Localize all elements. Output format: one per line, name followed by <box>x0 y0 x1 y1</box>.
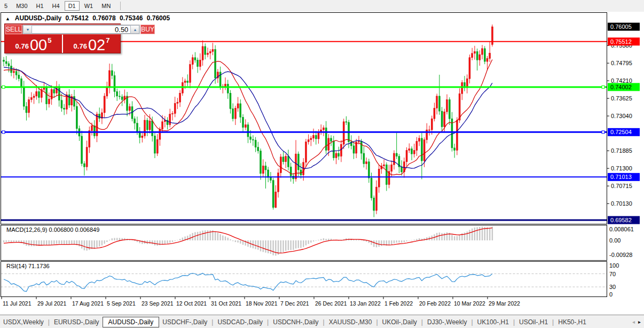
tab-usdx-weekly[interactable]: USDX,Weekly <box>0 317 47 327</box>
svg-text:0.72504: 0.72504 <box>610 129 632 135</box>
tab-uk100-h1[interactable]: UK100-,H1 <box>474 317 512 327</box>
buy-price-quote[interactable]: 0.76 02 7 <box>63 35 120 53</box>
tab-separator: | <box>375 318 379 326</box>
svg-text:17 Aug 2021: 17 Aug 2021 <box>72 300 104 307</box>
svg-text:0.73625: 0.73625 <box>611 95 632 101</box>
ohlc-open: 0.75412 <box>66 14 89 22</box>
tab-hk50-h1[interactable]: HK50-,H1 <box>555 317 590 327</box>
svg-text:0.71300: 0.71300 <box>611 165 632 171</box>
tab-usdcnh-daily[interactable]: USDCNH-,Daily <box>270 317 321 327</box>
volume-decrease-icon[interactable]: ▼ <box>23 25 32 34</box>
svg-text:30: 30 <box>609 284 616 290</box>
svg-text:0.70715: 0.70715 <box>611 183 632 189</box>
volume-input[interactable] <box>32 25 130 34</box>
tab-scroll-controls: ◂ ▸ <box>629 319 644 325</box>
svg-text:100: 100 <box>609 262 619 269</box>
timeframe-button-h4[interactable]: H4 <box>49 1 64 11</box>
tab-separator: | <box>420 318 424 326</box>
svg-text:29 Mar 2022: 29 Mar 2022 <box>489 300 520 307</box>
tab-separator: | <box>470 318 474 326</box>
svg-text:0: 0 <box>609 291 612 298</box>
chart-ohlc-header: ▲ AUDUSD-,Daily 0.75412 0.76078 0.75346 … <box>5 14 172 22</box>
tab-usoil-h1[interactable]: USOil-,H1 <box>516 317 551 327</box>
sell-price-quote[interactable]: 0.76 00 5 <box>5 35 62 53</box>
tab-audusd-daily[interactable]: AUDUSD-,Daily <box>103 317 160 327</box>
timeframe-buttons: 5M30H1H4D1W1MN <box>0 1 115 11</box>
svg-text:0.74210: 0.74210 <box>611 77 632 84</box>
buy-price-big: 02 <box>88 38 105 52</box>
timeframe-toolbar: 5M30H1H4D1W1MN <box>0 0 644 12</box>
tab-xauusd-m30[interactable]: XAUUSD-,M30 <box>326 317 375 327</box>
tab-ukoil-daily[interactable]: UKOil-,Daily <box>379 317 420 327</box>
rsi-pane-label: RSI(14) 71.1736 <box>6 263 50 269</box>
svg-text:0.71013: 0.71013 <box>610 174 632 180</box>
buy-button[interactable]: BUY <box>140 25 155 34</box>
svg-text:5 Sep 2021: 5 Sep 2021 <box>107 300 136 307</box>
collapse-triangle-icon[interactable]: ▲ <box>5 16 10 21</box>
svg-text:12 Oct 2021: 12 Oct 2021 <box>176 300 207 307</box>
buy-price-prefix: 0.76 <box>74 42 87 50</box>
tab-usdchf-daily[interactable]: USDCHF-,Daily <box>159 317 210 327</box>
application-window: 11 Jul 202129 Jul 202117 Aug 20215 Sep 2… <box>0 0 644 328</box>
tab-separator: | <box>322 318 326 326</box>
symbol-tabs: USDX,Weekly|EURUSD-,DailyAUDUSD-,DailyUS… <box>0 315 629 328</box>
tabs-scroll-right-icon[interactable]: ▸ <box>638 319 641 325</box>
timeframe-button-h1[interactable]: H1 <box>33 1 48 11</box>
timeframe-button-d1[interactable]: D1 <box>65 1 80 11</box>
svg-text:7 Dec 2021: 7 Dec 2021 <box>280 300 309 307</box>
svg-text:-0.00928: -0.00928 <box>609 252 632 258</box>
svg-text:1 Feb 2022: 1 Feb 2022 <box>384 300 413 307</box>
svg-text:0.75512: 0.75512 <box>610 38 632 45</box>
timeframe-button-mn[interactable]: MN <box>98 1 114 11</box>
svg-text:0.74002: 0.74002 <box>610 84 632 90</box>
tab-usdcad-daily[interactable]: USDCAD-,Daily <box>214 317 266 327</box>
svg-text:0.70130: 0.70130 <box>611 200 632 207</box>
sell-price-prefix: 0.76 <box>15 42 29 50</box>
tab-eurusd-daily[interactable]: EURUSD-,Daily <box>51 317 103 327</box>
timeframe-button-m30[interactable]: M30 <box>12 1 31 11</box>
tab-separator: | <box>210 318 214 326</box>
buy-price-pip: 7 <box>106 36 109 44</box>
volume-stepper: ▼ ▲ <box>22 25 140 34</box>
sell-price-big: 00 <box>30 38 47 52</box>
tabs-scroll-left-icon[interactable]: ◂ <box>632 319 635 325</box>
tab-separator: | <box>551 318 555 326</box>
symbol-title: AUDUSD-,Daily <box>15 14 61 22</box>
ohlc-close: 0.76005 <box>147 14 170 22</box>
svg-text:23 Sep 2021: 23 Sep 2021 <box>142 300 174 307</box>
svg-text:13 Jan 2022: 13 Jan 2022 <box>350 300 381 307</box>
symbol-tab-bar: USDX,Weekly|EURUSD-,DailyAUDUSD-,DailyUS… <box>0 315 644 328</box>
svg-text:10 Mar 2022: 10 Mar 2022 <box>454 300 485 307</box>
svg-text:31 Oct 2021: 31 Oct 2021 <box>211 300 241 307</box>
macd-pane-label: MACD(12,26,9) 0.006800 0.006849 <box>6 227 99 233</box>
svg-text:20 Feb 2022: 20 Feb 2022 <box>419 300 451 307</box>
svg-text:0.008061: 0.008061 <box>609 226 634 232</box>
sell-price-pip: 5 <box>48 36 51 44</box>
tab-separator: | <box>512 318 516 326</box>
svg-text:0.69582: 0.69582 <box>610 217 632 223</box>
svg-text:0.74795: 0.74795 <box>611 60 632 66</box>
svg-text:11 Jul 2021: 11 Jul 2021 <box>3 300 32 307</box>
volume-increase-icon[interactable]: ▲ <box>130 25 139 34</box>
svg-text:26 Dec 2021: 26 Dec 2021 <box>315 300 347 307</box>
svg-text:0.73040: 0.73040 <box>611 113 632 119</box>
ohlc-high: 0.76078 <box>92 14 115 22</box>
ohlc-low: 0.75346 <box>120 14 143 22</box>
svg-text:0.76005: 0.76005 <box>610 24 632 30</box>
timeframe-button-5[interactable]: 5 <box>1 1 11 11</box>
svg-text:0.71885: 0.71885 <box>611 147 632 154</box>
tab-separator: | <box>47 318 51 326</box>
timeframe-button-w1[interactable]: W1 <box>81 1 97 11</box>
svg-text:70: 70 <box>609 271 616 277</box>
toolbar-divider <box>120 2 121 10</box>
tab-separator: | <box>266 318 270 326</box>
one-click-trade-panel: SELL ▼ ▲ BUY 0.76 00 5 0.76 02 7 <box>4 24 121 53</box>
svg-text:0.00: 0.00 <box>609 237 621 244</box>
sell-button[interactable]: SELL <box>5 25 22 34</box>
svg-text:29 Jul 2021: 29 Jul 2021 <box>37 300 66 307</box>
tab-dj30-weekly[interactable]: DJ30-,Weekly <box>424 317 470 327</box>
svg-text:18 Nov 2021: 18 Nov 2021 <box>246 300 278 307</box>
